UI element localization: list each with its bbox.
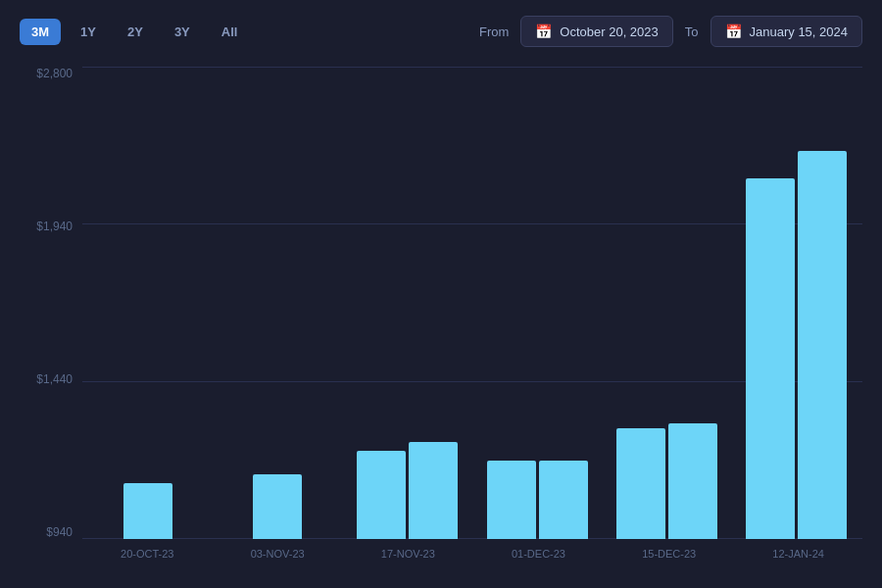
bar-4-1	[487, 461, 536, 539]
y-label-mid2: $1,440	[20, 372, 82, 386]
y-axis: $2,800 $1,940 $1,440 $940	[20, 67, 82, 568]
bar-group-2	[216, 76, 339, 539]
bar-3-2	[409, 442, 458, 539]
chart-area: $2,800 $1,940 $1,440 $940	[20, 67, 862, 568]
period-2y-button[interactable]: 2Y	[116, 19, 155, 45]
bar-3-1	[357, 451, 406, 539]
bar-group-1	[86, 76, 210, 539]
x-labels: 20-OCT-23 03-NOV-23 17-NOV-23 01-DEC-23 …	[82, 548, 862, 560]
bar-6-2	[798, 151, 847, 539]
bars-container	[82, 67, 862, 539]
bar-group-5	[605, 76, 728, 539]
bar-2-1	[253, 474, 302, 539]
y-label-mid1: $1,940	[20, 220, 82, 233]
main-container: 3M 1Y 2Y 3Y All From 📅 October 20, 2023 …	[0, 0, 882, 588]
to-label: To	[685, 24, 699, 39]
x-label-1: 20-OCT-23	[121, 548, 173, 560]
x-label-4: 01-DEC-23	[512, 548, 565, 560]
bar-group-3	[346, 76, 469, 539]
period-3y-button[interactable]: 3Y	[163, 19, 202, 45]
bar-5-2	[668, 423, 717, 539]
chart-plot: 20-OCT-23 03-NOV-23 17-NOV-23 01-DEC-23 …	[82, 67, 862, 568]
y-label-bottom: $940	[20, 525, 82, 539]
period-3m-button[interactable]: 3M	[20, 19, 61, 45]
x-label-2: 03-NOV-23	[251, 548, 305, 560]
x-label-5: 15-DEC-23	[642, 548, 696, 560]
from-label: From	[479, 24, 509, 39]
bar-6-1	[746, 178, 795, 539]
period-1y-button[interactable]: 1Y	[69, 19, 108, 45]
from-date-value: October 20, 2023	[560, 24, 658, 39]
toolbar: 3M 1Y 2Y 3Y All From 📅 October 20, 2023 …	[20, 16, 862, 47]
bar-1-1	[123, 483, 172, 539]
to-date-picker[interactable]: 📅 January 15, 2024	[710, 16, 862, 47]
calendar-icon-from: 📅	[535, 24, 552, 39]
x-label-3: 17-NOV-23	[381, 548, 435, 560]
x-axis: 20-OCT-23 03-NOV-23 17-NOV-23 01-DEC-23 …	[82, 539, 862, 568]
bar-group-6	[735, 76, 858, 539]
calendar-icon-to: 📅	[725, 24, 742, 39]
from-date-picker[interactable]: 📅 October 20, 2023	[520, 16, 672, 47]
bar-group-4	[475, 76, 599, 539]
period-all-button[interactable]: All	[210, 19, 250, 45]
bar-4-2	[539, 461, 588, 539]
y-label-top: $2,800	[20, 67, 82, 80]
x-label-6: 12-JAN-24	[772, 548, 824, 560]
bar-5-1	[616, 428, 665, 539]
to-date-value: January 15, 2024	[750, 24, 848, 39]
